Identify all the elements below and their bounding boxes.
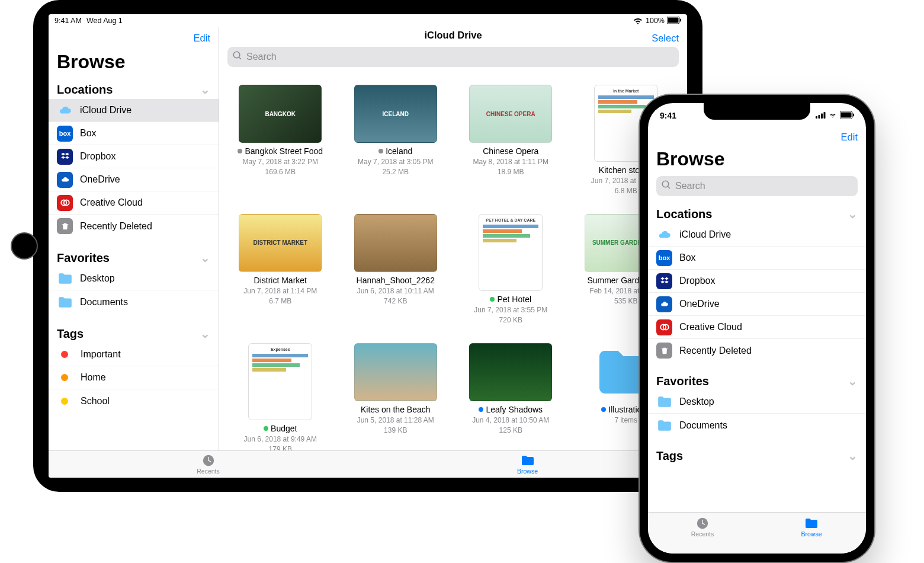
status-bar: 9:41 AM Wed Aug 1 100% <box>49 14 687 27</box>
tab-browse[interactable]: Browse <box>757 513 866 542</box>
file-date: Jun 7, 2018 at 1:14 PM <box>243 287 317 296</box>
split-view: Edit Browse Locations ⌄ iCloud DriveboxB… <box>49 27 687 450</box>
tab-bar: Recents Browse <box>648 512 866 554</box>
tag-dot-icon <box>601 407 606 412</box>
sidebar: Edit Browse Locations ⌄ iCloud DriveboxB… <box>49 27 219 450</box>
search-input[interactable]: Search <box>227 47 679 67</box>
chevron-down-icon: ⌄ <box>848 207 858 221</box>
file-size: 6.7 MB <box>269 297 291 306</box>
tab-recents[interactable]: Recents <box>648 513 757 542</box>
row-label: Recently Deleted <box>80 221 210 232</box>
tags-header[interactable]: Tags ⌄ <box>648 445 866 465</box>
ipad-location-cc[interactable]: Creative Cloud <box>49 191 219 215</box>
search-input[interactable]: Search <box>656 176 858 196</box>
battery-pct: 100% <box>646 17 665 25</box>
ipad-favorite[interactable]: Desktop <box>49 267 219 290</box>
svg-rect-8 <box>821 114 823 119</box>
iphone-location-icloud[interactable]: iCloud Drive <box>648 223 866 247</box>
file-tile[interactable]: ICELANDIcelandMay 7, 2018 at 3:05 PM25.2… <box>344 85 448 196</box>
file-size: 535 KB <box>614 297 637 306</box>
locations-header[interactable]: Locations ⌄ <box>49 79 219 99</box>
file-date: 7 items <box>614 416 637 426</box>
file-size: 169.6 MB <box>265 168 296 177</box>
file-name: Bangkok Street Food <box>238 146 323 156</box>
file-name: Iceland <box>378 146 412 156</box>
ipad-location-icloud[interactable]: iCloud Drive <box>49 99 219 122</box>
tag-dot-icon <box>238 149 242 153</box>
box-icon: box <box>656 250 672 266</box>
iphone-favorite[interactable]: Documents <box>648 414 866 437</box>
folder-icon <box>57 271 73 287</box>
iphone-location-cc[interactable]: Creative Cloud <box>648 316 866 339</box>
file-name: Leafy Shadows <box>479 405 543 415</box>
notch <box>704 103 810 120</box>
dropbox-icon <box>57 149 73 165</box>
battery-icon <box>840 111 854 120</box>
file-thumbnail: PET HOTEL & DAY CARE <box>479 214 543 291</box>
favorites-header[interactable]: Favorites ⌄ <box>49 247 219 267</box>
ipad-location-onedrive[interactable]: OneDrive <box>49 168 219 191</box>
file-size: 179 KB <box>269 445 292 450</box>
tag-color-icon <box>61 398 68 405</box>
file-tile[interactable]: Kites on the BeachJun 5, 2018 at 11:28 A… <box>344 343 448 450</box>
file-tile[interactable]: Leafy ShadowsJun 4, 2018 at 10:50 AM125 … <box>459 343 563 450</box>
ipad-location-trash[interactable]: Recently Deleted <box>49 215 219 238</box>
folder-icon <box>656 417 672 433</box>
file-thumbnail: DISTRICT MARKET <box>239 214 322 272</box>
file-name: Kites on the Beach <box>361 405 431 415</box>
file-tile[interactable]: ExpensesBudgetJun 6, 2018 at 9:49 AM179 … <box>229 343 332 450</box>
file-name: Hannah_Shoot_2262 <box>357 276 435 286</box>
file-date: Jun 6, 2018 at 10:11 AM <box>357 287 434 296</box>
ipad-screen: 9:41 AM Wed Aug 1 100% Edit Browse Locat… <box>49 14 687 478</box>
file-tile[interactable]: DISTRICT MARKETDistrict MarketJun 7, 201… <box>229 214 332 325</box>
iphone-location-onedrive[interactable]: OneDrive <box>648 293 866 316</box>
edit-button[interactable]: Edit <box>841 132 858 143</box>
row-label: Box <box>80 128 210 139</box>
search-icon <box>661 180 672 193</box>
edit-button[interactable]: Edit <box>194 33 210 44</box>
ipad-device: 9:41 AM Wed Aug 1 100% Edit Browse Locat… <box>33 0 702 492</box>
svg-rect-6 <box>816 116 817 119</box>
file-tile[interactable]: BANGKOKBangkok Street FoodMay 7, 2018 at… <box>229 85 332 196</box>
status-time: 9:41 AM <box>54 17 82 25</box>
iphone-favorite[interactable]: Desktop <box>648 391 866 414</box>
browse-title: Browse <box>648 146 866 176</box>
status-date: Wed Aug 1 <box>86 17 123 25</box>
locations-header[interactable]: Locations ⌄ <box>648 203 866 223</box>
tab-recents[interactable]: Recents <box>49 451 368 478</box>
tag-row[interactable]: Important <box>49 343 219 366</box>
iphone-location-dropbox[interactable]: Dropbox <box>648 270 866 293</box>
row-label: Recently Deleted <box>679 346 858 356</box>
status-time: 9:41 <box>660 111 676 120</box>
file-tile[interactable]: PET HOTEL & DAY CAREPet HotelJun 7, 2018… <box>459 214 563 325</box>
row-label: Box <box>679 252 858 263</box>
file-name: Chinese Opera <box>483 146 538 156</box>
file-size: 6.8 MB <box>615 187 637 196</box>
tag-row[interactable]: School <box>49 389 219 412</box>
folder-icon <box>656 394 672 410</box>
file-thumbnail <box>469 343 552 401</box>
search-placeholder: Search <box>675 181 705 191</box>
file-size: 720 KB <box>499 316 522 325</box>
file-size: 139 KB <box>384 426 407 436</box>
ipad-location-dropbox[interactable]: Dropbox <box>49 145 219 168</box>
file-date: Jun 6, 2018 at 9:49 AM <box>244 435 317 444</box>
ipad-favorite[interactable]: Documents <box>49 290 219 314</box>
favorites-header[interactable]: Favorites ⌄ <box>648 370 866 391</box>
home-button[interactable] <box>11 232 38 260</box>
search-placeholder: Search <box>246 52 277 62</box>
row-label: iCloud Drive <box>679 229 858 240</box>
tags-header[interactable]: Tags ⌄ <box>49 323 219 343</box>
clock-icon <box>695 517 710 530</box>
chevron-down-icon: ⌄ <box>848 374 858 388</box>
box-icon: box <box>57 126 73 142</box>
iphone-location-box[interactable]: boxBox <box>648 247 866 270</box>
file-name: Budget <box>264 424 297 434</box>
iphone-location-trash[interactable]: Recently Deleted <box>648 339 866 362</box>
ipad-location-box[interactable]: boxBox <box>49 122 219 145</box>
file-name: Pet Hotel <box>490 295 531 305</box>
iphone-screen: 9:41 Edit Browse Search Locations ⌄ iClo… <box>648 103 866 554</box>
file-tile[interactable]: Hannah_Shoot_2262Jun 6, 2018 at 10:11 AM… <box>344 214 448 325</box>
file-tile[interactable]: CHINESE OPERAChinese OperaMay 8, 2018 at… <box>459 85 563 196</box>
tag-row[interactable]: Home <box>49 366 219 389</box>
